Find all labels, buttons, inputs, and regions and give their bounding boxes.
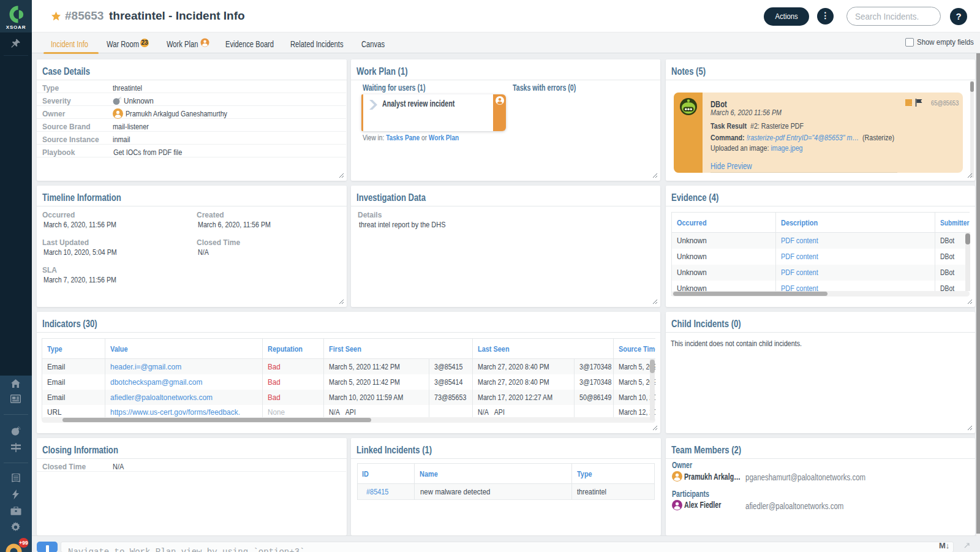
svg-text:+99: +99 — [19, 540, 28, 546]
